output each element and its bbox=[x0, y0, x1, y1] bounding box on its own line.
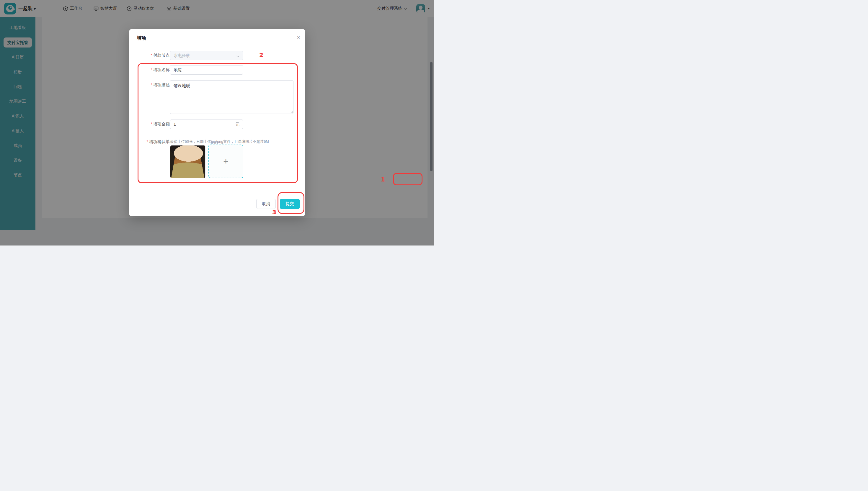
submit-button[interactable]: 提交 bbox=[280, 199, 300, 209]
extra-desc-textarea[interactable]: 铺设地暖 bbox=[170, 80, 293, 114]
confirm-field-label: *增项确认单 bbox=[138, 139, 170, 145]
add-extra-item-modal: 增项 × *付款节点 水电验收 *增项名称 地暖 *增项描述 铺设地暖 *增项金… bbox=[129, 29, 305, 216]
cancel-button[interactable]: 取消 bbox=[256, 199, 276, 209]
upload-dropzone[interactable]: + bbox=[208, 145, 243, 178]
upload-hint: 最多上传50张，只能上传jpg/png文件，且单张图片不超过5M bbox=[170, 139, 269, 144]
resize-handle-icon[interactable] bbox=[290, 110, 292, 113]
chevron-down-icon bbox=[236, 55, 240, 58]
extra-amount-input[interactable]: 1 元 bbox=[170, 119, 243, 129]
scrollbar-thumb[interactable] bbox=[430, 62, 432, 171]
payment-node-select[interactable]: 水电验收 bbox=[170, 51, 243, 60]
extra-name-input[interactable]: 地暖 bbox=[170, 65, 243, 75]
modal-title: 增项 bbox=[137, 35, 146, 41]
node-field-label: *付款节点 bbox=[138, 53, 170, 58]
name-field-label: *增项名称 bbox=[138, 67, 170, 73]
unit-suffix: 元 bbox=[235, 120, 240, 129]
amount-field-label: *增项金额 bbox=[138, 121, 170, 127]
uploaded-image-thumbnail[interactable] bbox=[170, 145, 205, 178]
plus-icon: + bbox=[209, 145, 243, 178]
close-icon[interactable]: × bbox=[295, 34, 302, 41]
desc-field-label: *增项描述 bbox=[138, 82, 170, 88]
